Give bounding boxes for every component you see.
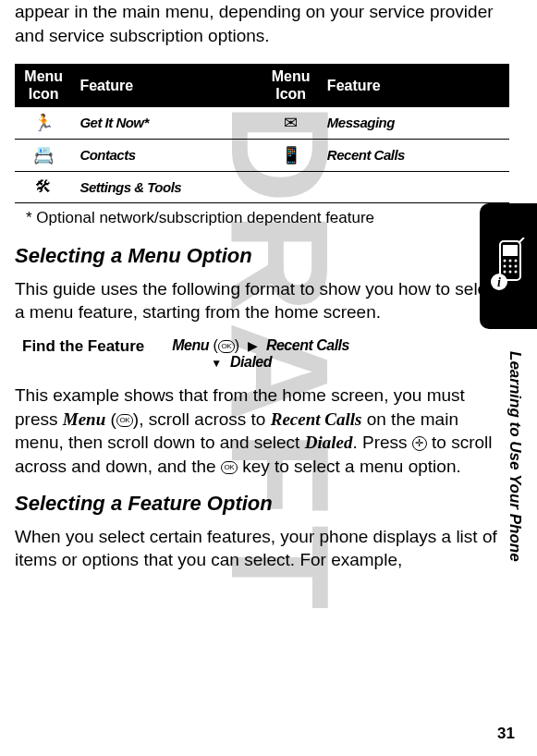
section1-para1: This guide uses the following format to … bbox=[15, 277, 509, 324]
arrow-right-icon: ▶ bbox=[248, 338, 258, 353]
side-tab-phone-icon: i bbox=[480, 203, 537, 329]
svg-point-7 bbox=[509, 265, 512, 268]
get-it-now-icon: 🏃 bbox=[15, 107, 72, 140]
col-header-menu-icon-2: Menu Icon bbox=[262, 64, 319, 106]
nav-key-icon bbox=[412, 436, 427, 451]
find-the-feature-label: Find the Feature bbox=[22, 337, 144, 371]
svg-point-8 bbox=[515, 265, 518, 268]
table-row: 📇 Contacts 📱 Recent Calls bbox=[15, 139, 509, 171]
ok-key-icon: OK bbox=[221, 461, 238, 474]
svg-point-5 bbox=[515, 260, 518, 262]
side-section-label: Learning to Use Your Phone bbox=[506, 351, 524, 562]
intro-paragraph: appear in the main menu, depending on yo… bbox=[15, 0, 509, 47]
section-heading-selecting-feature: Selecting a Feature Option bbox=[15, 492, 509, 516]
feature-label: Recent Calls bbox=[320, 139, 509, 171]
footnote-text: * Optional network/subscription dependen… bbox=[26, 209, 509, 227]
col-header-feature: Feature bbox=[72, 64, 262, 106]
empty-icon bbox=[262, 171, 319, 202]
svg-point-4 bbox=[509, 260, 512, 262]
feature-label: Get It Now* bbox=[72, 107, 262, 140]
svg-point-3 bbox=[504, 260, 506, 262]
ok-key-icon: OK bbox=[218, 340, 235, 353]
menu-icon-table: Menu Icon Feature Menu Icon Feature 🏃 Ge… bbox=[15, 64, 509, 202]
col-header-menu-icon: Menu Icon bbox=[15, 64, 72, 106]
section2-para: When you select certain features, your p… bbox=[15, 525, 509, 572]
ok-key-icon: OK bbox=[116, 414, 133, 427]
col-header-feature-2: Feature bbox=[320, 64, 509, 106]
table-row: 🏃 Get It Now* ✉ Messaging bbox=[15, 107, 509, 140]
svg-point-10 bbox=[509, 271, 512, 274]
page-number: 31 bbox=[497, 725, 515, 743]
messaging-icon: ✉ bbox=[262, 107, 319, 140]
section-heading-selecting-menu: Selecting a Menu Option bbox=[15, 244, 509, 268]
feature-label: Settings & Tools bbox=[72, 171, 262, 202]
svg-rect-2 bbox=[503, 245, 518, 256]
find-feature-row: Find the Feature Menu (OK) ▶ Recent Call… bbox=[15, 337, 509, 371]
recent-calls-icon: 📱 bbox=[262, 139, 319, 171]
table-row: 🛠 Settings & Tools bbox=[15, 171, 509, 202]
svg-point-11 bbox=[515, 271, 518, 274]
arrow-down-icon: ▼ bbox=[211, 357, 222, 370]
svg-point-6 bbox=[504, 265, 506, 268]
feature-label: Messaging bbox=[320, 107, 509, 140]
svg-text:i: i bbox=[497, 275, 501, 289]
feature-label: Contacts bbox=[72, 139, 262, 171]
svg-point-9 bbox=[504, 271, 506, 274]
section1-para2: This example shows that from the home sc… bbox=[15, 384, 509, 479]
menu-path: Menu (OK) ▶ Recent Calls ▼ Dialed bbox=[172, 337, 349, 371]
feature-label bbox=[320, 171, 509, 202]
svg-line-12 bbox=[519, 238, 524, 243]
contacts-icon: 📇 bbox=[15, 139, 72, 171]
settings-tools-icon: 🛠 bbox=[15, 171, 72, 202]
